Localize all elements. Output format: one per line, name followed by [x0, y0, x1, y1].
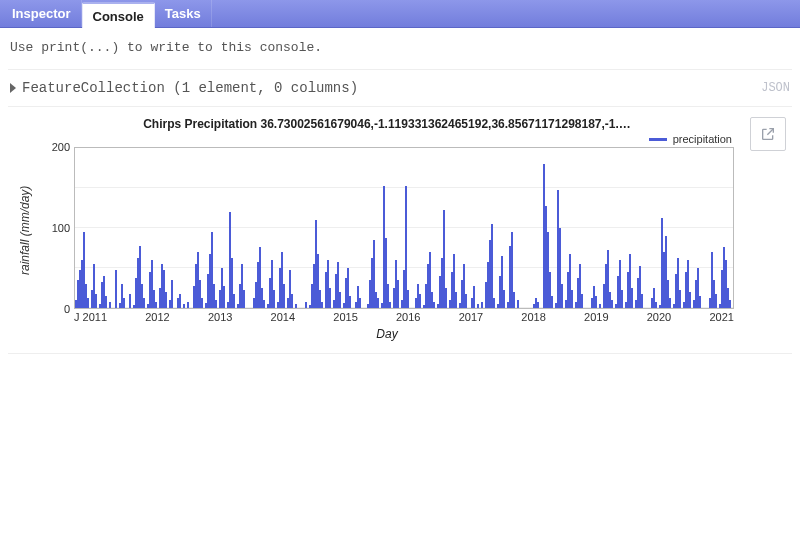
chart-title: Chirps Precipitation 36.73002561679046,-… — [36, 117, 738, 133]
x-tick: 2014 — [271, 311, 295, 323]
chart-bar — [679, 290, 681, 308]
chart-bar — [233, 294, 235, 308]
chart-bar — [329, 288, 331, 308]
chart-bar — [223, 286, 225, 308]
chart-bar — [263, 300, 265, 308]
external-link-icon — [760, 126, 776, 142]
chart-bar — [171, 280, 173, 308]
chart-bar — [611, 300, 613, 308]
console-entry: FeatureCollection (1 element, 0 columns)… — [8, 69, 792, 106]
chart-bar — [187, 302, 189, 308]
chart-bar — [733, 304, 734, 308]
chart-bar — [339, 292, 341, 308]
chart-bar — [291, 294, 293, 308]
chart-bar — [581, 294, 583, 308]
chart-bar — [621, 290, 623, 308]
x-tick: 2020 — [647, 311, 671, 323]
chart-bar — [477, 304, 479, 308]
chart-bar — [513, 292, 515, 308]
chart-bar — [699, 296, 701, 308]
chart-bar — [105, 296, 107, 308]
chart-bar — [481, 302, 483, 308]
entry-label[interactable]: FeatureCollection (1 element, 0 columns) — [22, 80, 358, 96]
chart-bar — [595, 296, 597, 308]
chart-bar — [517, 300, 519, 308]
x-tick: 2019 — [584, 311, 608, 323]
chart-bar — [201, 298, 203, 308]
chart-bar — [503, 290, 505, 308]
chart-bar — [551, 296, 553, 308]
x-tick: 2018 — [521, 311, 545, 323]
chart-bar — [537, 302, 539, 308]
chart-bar — [95, 294, 97, 308]
x-tick: 2012 — [145, 311, 169, 323]
chart-bar — [243, 290, 245, 308]
chart-bar — [445, 288, 447, 308]
chart-bar — [215, 300, 217, 308]
y-tick: 0 — [64, 303, 70, 315]
chart-bar — [493, 298, 495, 308]
chart-bar — [143, 298, 145, 308]
chart-y-ticks: 0 100 200 — [38, 147, 72, 309]
chart-x-axis-label: Day — [36, 323, 738, 343]
chart-y-axis-label: rainfall (mm/day) — [14, 117, 36, 343]
x-tick: 2017 — [459, 311, 483, 323]
chart-bar — [321, 302, 323, 308]
y-tick: 100 — [52, 222, 70, 234]
chart-bar — [599, 304, 601, 308]
x-tick: J 2011 — [74, 311, 107, 323]
chart-bar — [455, 292, 457, 308]
chart-bar — [129, 294, 131, 308]
chart-bar — [419, 294, 421, 308]
chart-bar — [491, 224, 493, 308]
chart-legend: precipitation — [36, 133, 738, 147]
tab-tasks[interactable]: Tasks — [155, 0, 212, 27]
x-tick: 2013 — [208, 311, 232, 323]
tab-console[interactable]: Console — [82, 2, 155, 28]
chart-bar — [433, 302, 435, 308]
chart-bar — [561, 284, 563, 308]
chart-plot-area[interactable] — [74, 147, 734, 309]
chart-bar — [715, 294, 717, 308]
chart-bar — [295, 304, 297, 308]
chart-entry: rainfall (mm/day) Chirps Precipitation 3… — [8, 106, 792, 354]
chart-bar — [123, 298, 125, 308]
console-hint: Use print(...) to write to this console. — [8, 34, 792, 69]
chart-bar — [87, 298, 89, 308]
chart-bar — [407, 290, 409, 308]
x-tick: 2015 — [333, 311, 357, 323]
legend-label: precipitation — [673, 133, 732, 145]
expand-triangle-icon[interactable] — [10, 83, 16, 93]
x-tick: 2021 — [709, 311, 733, 323]
chart-bar — [109, 302, 111, 308]
chart-bar — [165, 292, 167, 308]
chart-bar — [273, 290, 275, 308]
chart-bar — [397, 280, 399, 308]
chart-bar — [571, 290, 573, 308]
json-button[interactable]: JSON — [761, 81, 790, 95]
chart-bar — [689, 292, 691, 308]
legend-swatch — [649, 138, 667, 141]
chart-bar — [359, 298, 361, 308]
chart-bar — [349, 296, 351, 308]
chart-x-ticks: J 20112012201320142015201620172018201920… — [74, 309, 734, 323]
chart-bar — [473, 286, 475, 308]
chart-bar — [631, 288, 633, 308]
tab-bar: Inspector Console Tasks — [0, 0, 800, 28]
y-tick: 200 — [52, 141, 70, 153]
chart-bar — [115, 270, 117, 308]
chart-bar — [377, 298, 379, 308]
chart-bar — [669, 298, 671, 308]
chart-bar — [283, 284, 285, 308]
chart-bar — [305, 302, 307, 308]
chart-bar — [389, 302, 391, 308]
chart-bar — [155, 302, 157, 308]
console-panel: Use print(...) to write to this console.… — [0, 28, 800, 354]
open-in-new-window-button[interactable] — [750, 117, 786, 151]
chart-bar — [465, 294, 467, 308]
chart-bar — [179, 294, 181, 308]
tab-inspector[interactable]: Inspector — [2, 0, 82, 27]
chart-bar — [183, 304, 185, 308]
chart-bar — [655, 302, 657, 308]
x-tick: 2016 — [396, 311, 420, 323]
